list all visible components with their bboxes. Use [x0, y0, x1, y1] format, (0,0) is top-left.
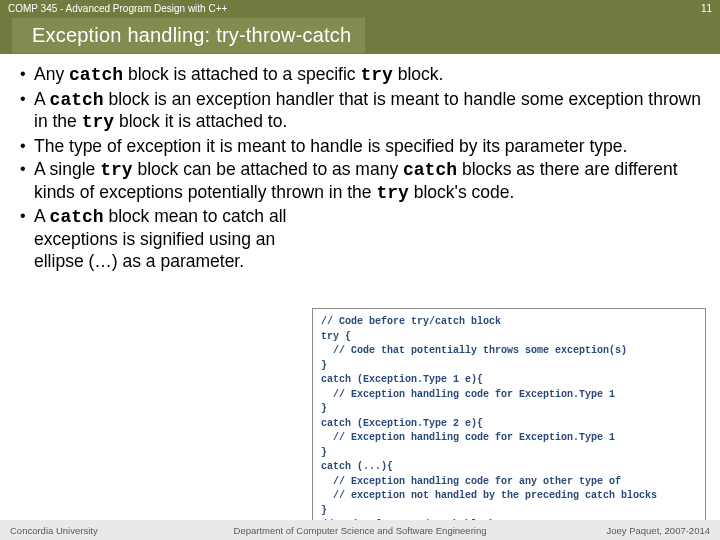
- footer-center: Department of Computer Science and Softw…: [234, 525, 487, 536]
- code-keyword: catch: [69, 65, 123, 85]
- bullet-item: A catch block mean to catch all exceptio…: [18, 206, 702, 272]
- course-label: COMP 345 - Advanced Program Design with …: [8, 3, 227, 14]
- code-example: // Code before try/catch block try { // …: [312, 308, 706, 540]
- slide-title: Exception handling: try-throw-catch: [12, 18, 365, 53]
- footer-right: Joey Paquet, 2007-2014: [606, 525, 710, 536]
- bullet-item: A catch block is an exception handler th…: [18, 89, 702, 134]
- footer-bar: Concordia University Department of Compu…: [0, 520, 720, 540]
- header-bar: COMP 345 - Advanced Program Design with …: [0, 0, 720, 16]
- code-keyword: try: [100, 160, 132, 180]
- page-number: 11: [701, 3, 712, 14]
- code-keyword: catch: [50, 90, 104, 110]
- title-band: Exception handling: try-throw-catch: [0, 16, 720, 54]
- bullet-item: A single try block can be attached to as…: [18, 159, 702, 204]
- code-keyword: try: [82, 112, 114, 132]
- content-area: Any catch block is attached to a specifi…: [0, 54, 720, 273]
- bullet-item: The type of exception it is meant to han…: [18, 136, 702, 158]
- code-keyword: catch: [403, 160, 457, 180]
- footer-left: Concordia University: [10, 525, 98, 536]
- bullet-list: Any catch block is attached to a specifi…: [18, 64, 702, 273]
- bullet-item: Any catch block is attached to a specifi…: [18, 64, 702, 87]
- code-keyword: catch: [50, 207, 104, 227]
- code-keyword: try: [360, 65, 392, 85]
- code-keyword: try: [376, 183, 408, 203]
- code-text: // Code before try/catch block try { // …: [321, 315, 697, 533]
